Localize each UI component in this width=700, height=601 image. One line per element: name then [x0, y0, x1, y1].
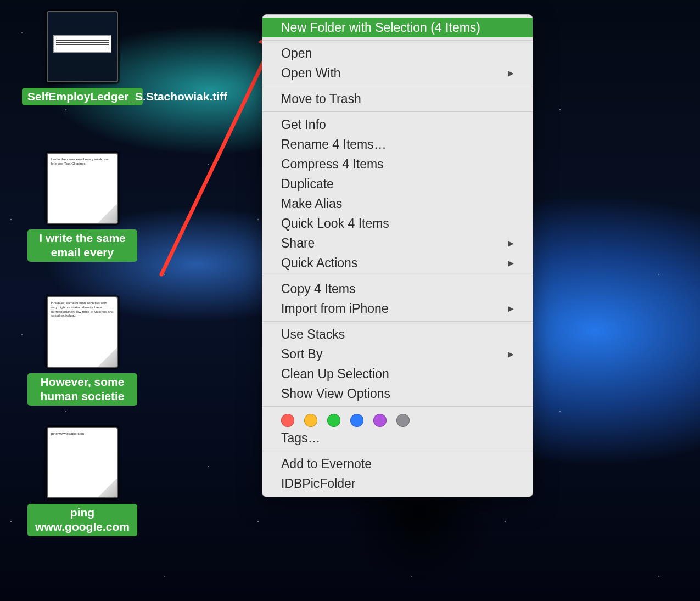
menu-item-label: Duplicate	[281, 177, 334, 192]
menu-item-open[interactable]: Open	[262, 43, 533, 63]
menu-separator	[262, 321, 533, 322]
tag-dot-green[interactable]	[327, 414, 340, 427]
tag-dot-gray[interactable]	[396, 414, 410, 427]
tag-dot-red[interactable]	[281, 414, 294, 427]
menu-item-label: Copy 4 Items	[281, 282, 356, 296]
menu-item-label: Share	[281, 236, 315, 251]
menu-item-label: New Folder with Selection (4 Items)	[281, 20, 480, 35]
menu-item-use-stacks[interactable]: Use Stacks	[262, 324, 533, 344]
menu-item-new-folder-selection[interactable]: New Folder with Selection (4 Items)	[262, 18, 533, 37]
file-label: SelfEmployLedger_S.Stachowiak.tiff	[22, 88, 143, 105]
menu-item-label: Compress 4 Items	[281, 157, 384, 172]
tag-dot-purple[interactable]	[373, 414, 387, 427]
menu-item-label: Open	[281, 46, 312, 61]
menu-item-label: Sort By	[281, 347, 322, 362]
menu-item-clean-up-selection[interactable]: Clean Up Selection	[262, 364, 533, 384]
menu-item-label: Move to Trash	[281, 92, 361, 106]
file-thumbnail: I write the same email every week, so le…	[47, 153, 118, 224]
menu-separator	[262, 86, 533, 86]
desktop-file[interactable]: However, some human societies with very …	[27, 296, 137, 406]
menu-item-duplicate[interactable]: Duplicate	[262, 174, 533, 194]
file-label: I write the same email every	[27, 229, 137, 262]
tag-dot-blue[interactable]	[350, 414, 363, 427]
menu-item-show-view-options[interactable]: Show View Options	[262, 384, 533, 403]
menu-item-idbpicfolder[interactable]: IDBPicFolder	[262, 474, 533, 493]
menu-item-label: Show View Options	[281, 386, 390, 401]
file-thumbnail: ping www.google.com	[47, 427, 118, 498]
menu-item-label: Import from iPhone	[281, 301, 389, 316]
menu-item-add-to-evernote[interactable]: Add to Evernote	[262, 454, 533, 474]
menu-item-import-iphone[interactable]: Import from iPhone	[262, 299, 533, 318]
menu-item-rename[interactable]: Rename 4 Items…	[262, 134, 533, 154]
menu-item-label: Use Stacks	[281, 327, 345, 342]
file-thumbnail: However, some human societies with very …	[47, 296, 118, 368]
menu-item-compress[interactable]: Compress 4 Items	[262, 154, 533, 174]
menu-item-label: Add to Evernote	[281, 457, 372, 471]
file-preview-text: I write the same email every week, so le…	[51, 157, 114, 166]
menu-separator	[262, 40, 533, 41]
file-preview-text: ping www.google.com	[51, 431, 114, 436]
menu-item-make-alias[interactable]: Make Alias	[262, 194, 533, 214]
menu-item-label: Make Alias	[281, 196, 342, 211]
menu-item-label: IDBPicFolder	[281, 476, 355, 491]
menu-item-quick-actions[interactable]: Quick Actions	[262, 253, 533, 273]
menu-item-tags[interactable]: Tags…	[262, 428, 533, 448]
menu-item-move-to-trash[interactable]: Move to Trash	[262, 89, 533, 109]
menu-separator	[262, 451, 533, 451]
file-label: ping www.google.com	[27, 504, 137, 536]
menu-item-sort-by[interactable]: Sort By	[262, 344, 533, 364]
menu-item-get-info[interactable]: Get Info	[262, 115, 533, 134]
menu-item-quick-look[interactable]: Quick Look 4 Items	[262, 214, 533, 233]
menu-item-label: Open With	[281, 66, 341, 81]
menu-item-share[interactable]: Share	[262, 233, 533, 253]
desktop-file[interactable]: I write the same email every week, so le…	[27, 153, 137, 262]
menu-separator	[262, 276, 533, 276]
file-thumbnail	[47, 11, 118, 82]
file-label: However, some human societie	[27, 373, 137, 406]
menu-item-label: Clean Up Selection	[281, 367, 389, 381]
menu-item-label: Quick Look 4 Items	[281, 216, 389, 231]
menu-item-open-with[interactable]: Open With	[262, 63, 533, 83]
file-preview-text: However, some human societies with very …	[51, 301, 114, 318]
menu-item-label: Quick Actions	[281, 256, 357, 271]
menu-item-label: Rename 4 Items…	[281, 137, 387, 152]
tag-dot-yellow[interactable]	[304, 414, 317, 427]
desktop-file[interactable]: ping www.google.com ping www.google.com	[27, 427, 137, 536]
tags-row	[262, 409, 533, 428]
menu-separator	[262, 111, 533, 112]
menu-item-label: Get Info	[281, 117, 326, 132]
menu-separator	[262, 406, 533, 407]
context-menu: New Folder with Selection (4 Items) Open…	[262, 14, 533, 497]
desktop-file[interactable]: SelfEmployLedger_S.Stachowiak.tiff	[27, 11, 137, 105]
menu-item-copy[interactable]: Copy 4 Items	[262, 279, 533, 299]
menu-item-label: Tags…	[281, 431, 321, 446]
